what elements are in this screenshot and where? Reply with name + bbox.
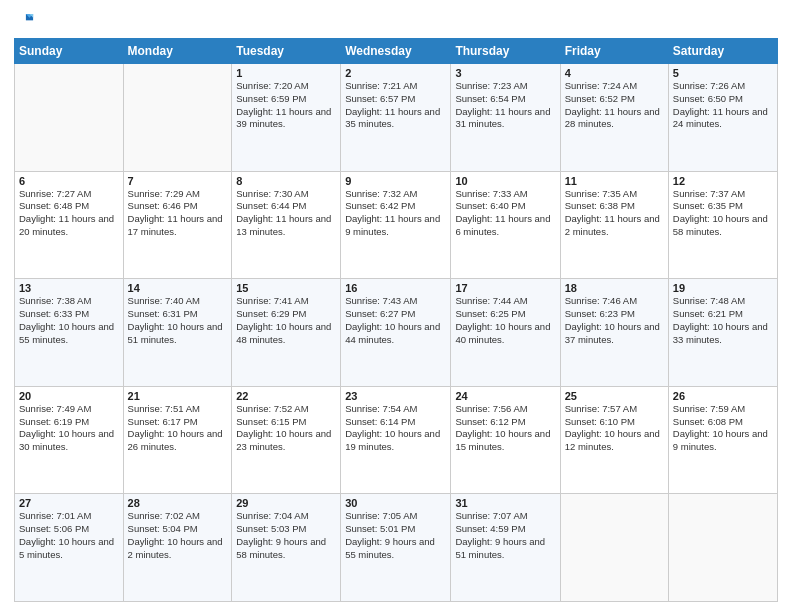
header-day-wednesday: Wednesday — [341, 39, 451, 64]
day-number: 13 — [19, 282, 119, 294]
calendar-cell: 27Sunrise: 7:01 AM Sunset: 5:06 PM Dayli… — [15, 494, 124, 602]
calendar-cell: 7Sunrise: 7:29 AM Sunset: 6:46 PM Daylig… — [123, 171, 232, 279]
day-number: 18 — [565, 282, 664, 294]
day-number: 11 — [565, 175, 664, 187]
day-info: Sunrise: 7:02 AM Sunset: 5:04 PM Dayligh… — [128, 510, 228, 561]
day-info: Sunrise: 7:37 AM Sunset: 6:35 PM Dayligh… — [673, 188, 773, 239]
day-info: Sunrise: 7:21 AM Sunset: 6:57 PM Dayligh… — [345, 80, 446, 131]
calendar-cell — [15, 64, 124, 172]
day-number: 25 — [565, 390, 664, 402]
day-info: Sunrise: 7:24 AM Sunset: 6:52 PM Dayligh… — [565, 80, 664, 131]
day-info: Sunrise: 7:01 AM Sunset: 5:06 PM Dayligh… — [19, 510, 119, 561]
calendar-cell: 23Sunrise: 7:54 AM Sunset: 6:14 PM Dayli… — [341, 386, 451, 494]
day-number: 31 — [455, 497, 555, 509]
day-info: Sunrise: 7:41 AM Sunset: 6:29 PM Dayligh… — [236, 295, 336, 346]
day-number: 7 — [128, 175, 228, 187]
day-info: Sunrise: 7:35 AM Sunset: 6:38 PM Dayligh… — [565, 188, 664, 239]
day-number: 8 — [236, 175, 336, 187]
header-day-tuesday: Tuesday — [232, 39, 341, 64]
day-info: Sunrise: 7:29 AM Sunset: 6:46 PM Dayligh… — [128, 188, 228, 239]
calendar-cell: 14Sunrise: 7:40 AM Sunset: 6:31 PM Dayli… — [123, 279, 232, 387]
day-number: 9 — [345, 175, 446, 187]
calendar-cell: 13Sunrise: 7:38 AM Sunset: 6:33 PM Dayli… — [15, 279, 124, 387]
calendar-cell: 20Sunrise: 7:49 AM Sunset: 6:19 PM Dayli… — [15, 386, 124, 494]
logo-icon — [16, 10, 34, 28]
day-number: 20 — [19, 390, 119, 402]
day-number: 14 — [128, 282, 228, 294]
day-number: 4 — [565, 67, 664, 79]
calendar-cell: 18Sunrise: 7:46 AM Sunset: 6:23 PM Dayli… — [560, 279, 668, 387]
header-day-sunday: Sunday — [15, 39, 124, 64]
calendar-cell: 26Sunrise: 7:59 AM Sunset: 6:08 PM Dayli… — [668, 386, 777, 494]
day-number: 10 — [455, 175, 555, 187]
calendar-cell: 28Sunrise: 7:02 AM Sunset: 5:04 PM Dayli… — [123, 494, 232, 602]
day-number: 23 — [345, 390, 446, 402]
calendar-body: 1Sunrise: 7:20 AM Sunset: 6:59 PM Daylig… — [15, 64, 778, 602]
calendar-cell: 11Sunrise: 7:35 AM Sunset: 6:38 PM Dayli… — [560, 171, 668, 279]
day-number: 1 — [236, 67, 336, 79]
week-row-2: 13Sunrise: 7:38 AM Sunset: 6:33 PM Dayli… — [15, 279, 778, 387]
day-info: Sunrise: 7:07 AM Sunset: 4:59 PM Dayligh… — [455, 510, 555, 561]
day-number: 3 — [455, 67, 555, 79]
day-number: 17 — [455, 282, 555, 294]
calendar-cell: 16Sunrise: 7:43 AM Sunset: 6:27 PM Dayli… — [341, 279, 451, 387]
calendar-cell: 9Sunrise: 7:32 AM Sunset: 6:42 PM Daylig… — [341, 171, 451, 279]
page: SundayMondayTuesdayWednesdayThursdayFrid… — [0, 0, 792, 612]
day-number: 30 — [345, 497, 446, 509]
day-number: 5 — [673, 67, 773, 79]
calendar-cell: 25Sunrise: 7:57 AM Sunset: 6:10 PM Dayli… — [560, 386, 668, 494]
header — [14, 10, 778, 32]
day-info: Sunrise: 7:51 AM Sunset: 6:17 PM Dayligh… — [128, 403, 228, 454]
calendar-cell: 22Sunrise: 7:52 AM Sunset: 6:15 PM Dayli… — [232, 386, 341, 494]
calendar-cell — [560, 494, 668, 602]
day-info: Sunrise: 7:43 AM Sunset: 6:27 PM Dayligh… — [345, 295, 446, 346]
calendar-cell: 4Sunrise: 7:24 AM Sunset: 6:52 PM Daylig… — [560, 64, 668, 172]
day-info: Sunrise: 7:32 AM Sunset: 6:42 PM Dayligh… — [345, 188, 446, 239]
calendar-cell: 17Sunrise: 7:44 AM Sunset: 6:25 PM Dayli… — [451, 279, 560, 387]
calendar-cell: 31Sunrise: 7:07 AM Sunset: 4:59 PM Dayli… — [451, 494, 560, 602]
calendar-cell: 21Sunrise: 7:51 AM Sunset: 6:17 PM Dayli… — [123, 386, 232, 494]
day-number: 22 — [236, 390, 336, 402]
header-day-thursday: Thursday — [451, 39, 560, 64]
week-row-4: 27Sunrise: 7:01 AM Sunset: 5:06 PM Dayli… — [15, 494, 778, 602]
day-info: Sunrise: 7:59 AM Sunset: 6:08 PM Dayligh… — [673, 403, 773, 454]
day-number: 27 — [19, 497, 119, 509]
day-info: Sunrise: 7:26 AM Sunset: 6:50 PM Dayligh… — [673, 80, 773, 131]
calendar-cell: 1Sunrise: 7:20 AM Sunset: 6:59 PM Daylig… — [232, 64, 341, 172]
calendar-cell — [668, 494, 777, 602]
day-number: 16 — [345, 282, 446, 294]
logo — [14, 10, 34, 32]
day-number: 19 — [673, 282, 773, 294]
header-day-saturday: Saturday — [668, 39, 777, 64]
day-number: 6 — [19, 175, 119, 187]
day-info: Sunrise: 7:54 AM Sunset: 6:14 PM Dayligh… — [345, 403, 446, 454]
calendar-cell: 10Sunrise: 7:33 AM Sunset: 6:40 PM Dayli… — [451, 171, 560, 279]
day-number: 28 — [128, 497, 228, 509]
day-info: Sunrise: 7:48 AM Sunset: 6:21 PM Dayligh… — [673, 295, 773, 346]
week-row-1: 6Sunrise: 7:27 AM Sunset: 6:48 PM Daylig… — [15, 171, 778, 279]
header-row: SundayMondayTuesdayWednesdayThursdayFrid… — [15, 39, 778, 64]
calendar-cell: 2Sunrise: 7:21 AM Sunset: 6:57 PM Daylig… — [341, 64, 451, 172]
calendar-cell: 15Sunrise: 7:41 AM Sunset: 6:29 PM Dayli… — [232, 279, 341, 387]
day-info: Sunrise: 7:38 AM Sunset: 6:33 PM Dayligh… — [19, 295, 119, 346]
day-number: 26 — [673, 390, 773, 402]
calendar-cell: 29Sunrise: 7:04 AM Sunset: 5:03 PM Dayli… — [232, 494, 341, 602]
day-info: Sunrise: 7:49 AM Sunset: 6:19 PM Dayligh… — [19, 403, 119, 454]
day-info: Sunrise: 7:52 AM Sunset: 6:15 PM Dayligh… — [236, 403, 336, 454]
calendar-header: SundayMondayTuesdayWednesdayThursdayFrid… — [15, 39, 778, 64]
day-info: Sunrise: 7:05 AM Sunset: 5:01 PM Dayligh… — [345, 510, 446, 561]
day-number: 24 — [455, 390, 555, 402]
day-info: Sunrise: 7:23 AM Sunset: 6:54 PM Dayligh… — [455, 80, 555, 131]
header-day-friday: Friday — [560, 39, 668, 64]
calendar-table: SundayMondayTuesdayWednesdayThursdayFrid… — [14, 38, 778, 602]
day-number: 12 — [673, 175, 773, 187]
day-info: Sunrise: 7:27 AM Sunset: 6:48 PM Dayligh… — [19, 188, 119, 239]
day-number: 21 — [128, 390, 228, 402]
week-row-3: 20Sunrise: 7:49 AM Sunset: 6:19 PM Dayli… — [15, 386, 778, 494]
calendar-cell: 6Sunrise: 7:27 AM Sunset: 6:48 PM Daylig… — [15, 171, 124, 279]
day-info: Sunrise: 7:57 AM Sunset: 6:10 PM Dayligh… — [565, 403, 664, 454]
calendar-cell: 19Sunrise: 7:48 AM Sunset: 6:21 PM Dayli… — [668, 279, 777, 387]
day-info: Sunrise: 7:56 AM Sunset: 6:12 PM Dayligh… — [455, 403, 555, 454]
day-info: Sunrise: 7:20 AM Sunset: 6:59 PM Dayligh… — [236, 80, 336, 131]
calendar-cell: 8Sunrise: 7:30 AM Sunset: 6:44 PM Daylig… — [232, 171, 341, 279]
